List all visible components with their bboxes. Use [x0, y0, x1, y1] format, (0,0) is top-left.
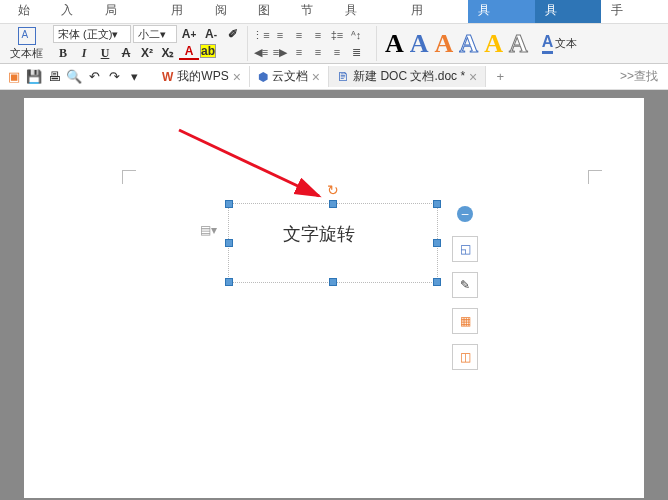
document-tabs: W 我的WPS × ⬢ 云文档 × 🖹 新建 DOC 文档.doc * × +	[154, 66, 508, 87]
indent-dec-btn[interactable]: ◀≡	[252, 44, 270, 60]
paragraph-group: ⋮≡ ≡ ≡ ≡ ‡≡ ᴬ↕ ◀≡ ≡▶ ≡ ≡ ≡ ≣	[248, 26, 377, 61]
super-btn[interactable]: X²	[137, 44, 157, 62]
doctab-document[interactable]: 🖹 新建 DOC 文档.doc * ×	[329, 66, 486, 87]
text-fill-group: A 文本	[536, 33, 584, 54]
textframe-icon: A	[18, 27, 36, 45]
font-name-select[interactable]: 宋体 (正文) ▾	[53, 25, 131, 43]
resize-handle-br[interactable]	[433, 278, 441, 286]
rotate-handle[interactable]: ↻	[327, 184, 339, 196]
side-btn-1[interactable]: ◱	[452, 236, 478, 262]
close-icon[interactable]: ×	[233, 69, 241, 85]
doctab-cloud[interactable]: ⬢ 云文档 ×	[250, 66, 329, 87]
bold-btn[interactable]: B	[53, 44, 73, 62]
align-center-btn[interactable]: ≡	[309, 27, 327, 43]
doc-icon: 🖹	[337, 70, 349, 84]
resize-handle-bl[interactable]	[225, 278, 233, 286]
increase-font-btn[interactable]: A+	[179, 25, 199, 43]
indent-inc-btn[interactable]: ≡▶	[271, 44, 289, 60]
align-j4-btn[interactable]: ≣	[347, 44, 365, 60]
resize-handle-ml[interactable]	[225, 239, 233, 247]
clear-format-btn[interactable]: ✐	[223, 25, 243, 43]
sub-btn[interactable]: X₂	[158, 44, 178, 62]
italic-btn[interactable]: I	[74, 44, 94, 62]
collapse-btn[interactable]: –	[457, 206, 473, 222]
align-j1-btn[interactable]: ≡	[290, 44, 308, 60]
tab-helper[interactable]: 文档助手	[601, 0, 668, 23]
canvas-area: ▤▾ ↻ 文字旋转 – ◱ ✎ ▦ ◫	[0, 90, 668, 500]
align-left-btn[interactable]: ≡	[290, 27, 308, 43]
tab-view[interactable]: 视图	[248, 0, 291, 23]
print-icon[interactable]: 🖶	[46, 69, 62, 85]
font-color-btn[interactable]: A	[179, 44, 199, 60]
align-j2-btn[interactable]: ≡	[309, 44, 327, 60]
textframe-button[interactable]: A 文本框	[4, 27, 49, 61]
save-icon[interactable]: 💾	[26, 69, 42, 85]
tab-start[interactable]: 开始	[8, 0, 51, 23]
ribbon: A 文本框 宋体 (正文) ▾ 小二 ▾ A+ A- ✐ B I U A X² …	[0, 24, 668, 64]
search-hint[interactable]: >>查找	[620, 68, 662, 85]
tab-layout[interactable]: 页面布局	[95, 0, 162, 23]
side-btn-4[interactable]: ◫	[452, 344, 478, 370]
wordart-style-2[interactable]: A	[410, 29, 429, 59]
cloud-icon: ⬢	[258, 70, 268, 84]
textframe-label: 文本框	[10, 46, 43, 61]
underline-btn[interactable]: U	[95, 44, 115, 62]
resize-handle-tl[interactable]	[225, 200, 233, 208]
tab-draw[interactable]: 绘图工具	[468, 0, 535, 23]
line-spacing-btn[interactable]: ‡≡	[328, 27, 346, 43]
resize-handle-tm[interactable]	[329, 200, 337, 208]
strike-btn[interactable]: A	[116, 44, 136, 62]
wordart-style-4[interactable]: A	[459, 29, 478, 59]
font-group: 宋体 (正文) ▾ 小二 ▾ A+ A- ✐ B I U A X² X₂ A a…	[49, 26, 248, 61]
text-direction-btn[interactable]: ᴬ↕	[347, 27, 365, 43]
side-btn-3[interactable]: ▦	[452, 308, 478, 334]
doctab-mywps[interactable]: W 我的WPS ×	[154, 66, 250, 87]
close-icon[interactable]: ×	[469, 69, 477, 85]
resize-handle-bm[interactable]	[329, 278, 337, 286]
tab-ref[interactable]: 引用	[161, 0, 204, 23]
wps-icon: W	[162, 70, 173, 84]
side-btn-2[interactable]: ✎	[452, 272, 478, 298]
textbox-content[interactable]: 文字旋转	[229, 204, 437, 246]
tab-special[interactable]: 特色应用	[401, 0, 468, 23]
tab-insert[interactable]: 插入	[51, 0, 94, 23]
bullets-btn[interactable]: ⋮≡	[252, 27, 270, 43]
numbering-btn[interactable]: ≡	[271, 27, 289, 43]
resize-handle-tr[interactable]	[433, 200, 441, 208]
undo-icon[interactable]: ↶	[86, 69, 102, 85]
layout-options-icon[interactable]: ▤▾	[200, 222, 216, 238]
text-fill-label: 文本	[555, 36, 577, 51]
tab-dev[interactable]: 开发工具	[335, 0, 402, 23]
dropdown-icon[interactable]: ▾	[126, 69, 142, 85]
quick-access-toolbar: ▣ 💾 🖶 🔍 ↶ ↷ ▾ W 我的WPS × ⬢ 云文档 × 🖹 新建 DOC…	[0, 64, 668, 90]
tab-chapter[interactable]: 章节	[291, 0, 334, 23]
font-size-select[interactable]: 小二 ▾	[133, 25, 177, 43]
home-icon[interactable]: ▣	[6, 69, 22, 85]
redo-icon[interactable]: ↷	[106, 69, 122, 85]
add-tab-btn[interactable]: +	[492, 69, 508, 85]
wordart-gallery[interactable]: A A A A A A	[377, 29, 536, 59]
wordart-style-3[interactable]: A	[435, 29, 454, 59]
margin-corner-tr	[588, 170, 602, 184]
text-fill-icon[interactable]: A	[542, 33, 554, 54]
svg-line-0	[179, 130, 319, 196]
selected-textbox[interactable]: ↻ 文字旋转	[228, 203, 438, 283]
tab-review[interactable]: 审阅	[205, 0, 248, 23]
menu-tabs: 开始 插入 页面布局 引用 审阅 视图 章节 开发工具 特色应用 绘图工具 文本…	[0, 0, 668, 24]
highlight-btn[interactable]: ab	[200, 44, 216, 58]
wordart-style-6[interactable]: A	[509, 29, 528, 59]
resize-handle-mr[interactable]	[433, 239, 441, 247]
align-j3-btn[interactable]: ≡	[328, 44, 346, 60]
floating-tools: – ◱ ✎ ▦ ◫	[452, 206, 478, 370]
preview-icon[interactable]: 🔍	[66, 69, 82, 85]
close-icon[interactable]: ×	[312, 69, 320, 85]
wordart-style-5[interactable]: A	[484, 29, 503, 59]
decrease-font-btn[interactable]: A-	[201, 25, 221, 43]
wordart-style-1[interactable]: A	[385, 29, 404, 59]
tab-text[interactable]: 文本工具	[535, 0, 602, 23]
annotation-arrow	[169, 120, 349, 210]
margin-corner-tl	[122, 170, 136, 184]
document-page[interactable]: ▤▾ ↻ 文字旋转 – ◱ ✎ ▦ ◫	[24, 98, 644, 498]
